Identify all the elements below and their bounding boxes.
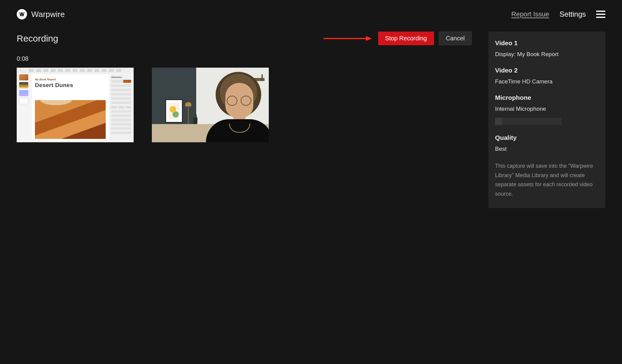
doc-hero-image [35, 100, 106, 139]
microphone-heading: Microphone [495, 94, 599, 101]
mic-meter-segment [502, 118, 508, 125]
mic-meter-segment [549, 118, 555, 125]
document-canvas: My Book Report Desert Dunes [32, 74, 109, 140]
brand-logo-icon [17, 9, 27, 19]
title-bar: Recording Stop Recording Cancel [17, 32, 472, 45]
mic-meter-segment [515, 118, 522, 125]
header-actions: Report Issue Settings [511, 10, 605, 19]
mic-meter-segment [555, 118, 562, 125]
microphone-value: Internal Microphone [495, 106, 599, 112]
microphone-section: Microphone Internal Microphone [495, 94, 599, 125]
inspector-panel: Attribution [110, 74, 132, 140]
video2-section: Video 2 FaceTime HD Camera [495, 67, 599, 85]
callout-arrow-icon [323, 36, 372, 41]
plant-icon [193, 117, 197, 124]
mic-meter-segment [495, 118, 502, 125]
save-destination-note: This capture will save into the "Warpwir… [495, 161, 599, 198]
cancel-button[interactable]: Cancel [439, 32, 472, 45]
quality-heading: Quality [495, 134, 599, 141]
brand: Warpwire [17, 9, 65, 19]
report-issue-link[interactable]: Report Issue [511, 10, 549, 18]
inspector-header: Attribution [111, 76, 131, 78]
stop-recording-button[interactable]: Stop Recording [378, 32, 434, 45]
doc-title: Desert Dunes [35, 82, 106, 89]
video1-value: Display: My Book Report [495, 51, 599, 58]
preview-grid: My Book Report Desert Dunes Attribution [17, 68, 472, 142]
mic-meter-segment [535, 118, 542, 125]
recording-timer: 0:08 [17, 55, 472, 62]
doc-subtitle: My Book Report [35, 78, 106, 81]
video2-heading: Video 2 [495, 67, 599, 74]
recording-actions: Stop Recording Cancel [323, 32, 472, 45]
header: Warpwire Report Issue Settings [0, 0, 622, 19]
mic-meter-segment [542, 118, 549, 125]
app-toolbar-icon [17, 68, 134, 73]
preview-screen-share: My Book Report Desert Dunes Attribution [17, 68, 134, 142]
picture-frame-icon [165, 99, 183, 123]
video1-section: Video 1 Display: My Book Report [495, 39, 599, 58]
main-area: Recording Stop Recording Cancel 0:08 [17, 32, 472, 208]
mic-meter-segment [528, 118, 535, 125]
slide-thumbnails [19, 74, 28, 104]
person-icon [197, 68, 269, 142]
quality-section: Quality Best [495, 134, 599, 152]
settings-link[interactable]: Settings [559, 10, 586, 19]
mic-meter-segment [522, 118, 528, 125]
video1-heading: Video 1 [495, 39, 599, 47]
quality-value: Best [495, 146, 599, 152]
preview-webcam [152, 68, 269, 142]
menu-icon[interactable] [596, 11, 605, 18]
video2-value: FaceTime HD Camera [495, 78, 599, 85]
brand-name: Warpwire [31, 10, 65, 19]
lamp-icon [188, 106, 189, 124]
mic-level-meter [495, 118, 599, 125]
svg-marker-1 [366, 36, 372, 41]
settings-panel: Video 1 Display: My Book Report Video 2 … [488, 32, 605, 208]
page-title: Recording [17, 33, 58, 44]
mic-meter-segment [508, 118, 515, 125]
